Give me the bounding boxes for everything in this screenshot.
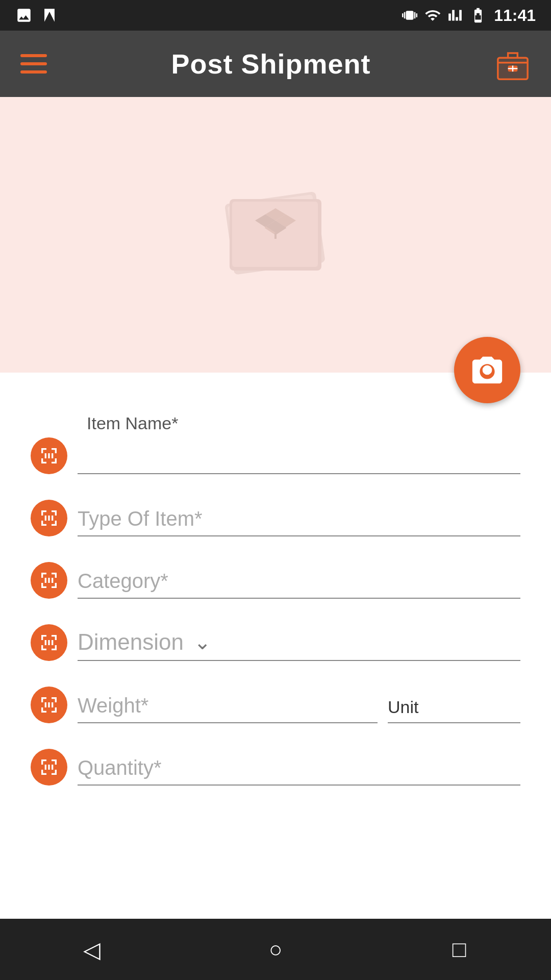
photo-upload-area[interactable] — [0, 97, 551, 373]
item-name-label: Item Name* — [31, 413, 520, 433]
hamburger-line-3 — [20, 70, 47, 74]
scan-icon-6 — [39, 757, 59, 777]
dimension-label: Dimension — [78, 629, 184, 655]
type-scan-icon[interactable] — [31, 500, 67, 536]
photo-placeholder — [209, 179, 342, 291]
unit-underline — [388, 722, 520, 723]
type-of-item-input[interactable] — [78, 502, 520, 536]
camera-button[interactable] — [454, 337, 520, 403]
item-name-field: Item Name* — [31, 413, 520, 474]
quantity-input[interactable] — [78, 751, 520, 786]
wifi-icon — [424, 7, 441, 23]
dimension-selector[interactable]: Dimension ⌄ — [78, 629, 520, 661]
hamburger-line-1 — [20, 54, 47, 57]
quantity-field — [31, 749, 520, 786]
home-button[interactable]: ○ — [250, 929, 301, 970]
scan-icon-5 — [39, 695, 59, 715]
dimension-chevron: ⌄ — [194, 630, 211, 654]
signal-icon — [448, 8, 462, 22]
box-icon[interactable] — [495, 46, 531, 82]
weight-unit-field: Unit — [31, 687, 520, 723]
dimension-field: Dimension ⌄ — [31, 624, 520, 661]
weight-input[interactable] — [78, 689, 378, 723]
status-time: 11:41 — [494, 6, 536, 25]
hamburger-menu-button[interactable] — [20, 54, 47, 74]
category-field — [31, 562, 520, 599]
item-name-row — [31, 437, 520, 474]
scan-icon-4 — [39, 632, 59, 653]
camera-icon — [469, 352, 505, 388]
quantity-row — [31, 749, 520, 786]
status-bar: 11:41 — [0, 0, 551, 31]
scan-icon-2 — [39, 508, 59, 528]
category-input[interactable] — [78, 565, 520, 599]
weight-scan-icon[interactable] — [31, 687, 67, 723]
item-name-scan-icon[interactable] — [31, 437, 67, 474]
type-of-item-field — [31, 500, 520, 536]
unit-field: Unit — [378, 697, 520, 723]
form-area: Item Name* — [0, 413, 551, 786]
dimension-scan-icon[interactable] — [31, 624, 67, 661]
hamburger-line-2 — [20, 62, 47, 65]
n-status-icon — [41, 7, 58, 24]
vibrate-icon — [402, 8, 417, 23]
scan-icon-3 — [39, 570, 59, 591]
status-right-icons: 11:41 — [402, 6, 536, 25]
back-button[interactable]: ◁ — [66, 929, 117, 970]
category-scan-icon[interactable] — [31, 562, 67, 599]
scan-icon — [39, 446, 59, 466]
quantity-scan-icon[interactable] — [31, 749, 67, 786]
status-left-icons — [15, 7, 58, 24]
dimension-row: Dimension ⌄ — [31, 624, 520, 661]
battery-icon — [469, 7, 487, 24]
type-of-item-row — [31, 500, 520, 536]
navigation-bar: ◁ ○ □ — [0, 919, 551, 980]
recent-apps-button[interactable]: □ — [434, 929, 485, 970]
app-bar: Post Shipment — [0, 31, 551, 97]
item-name-input[interactable] — [78, 440, 520, 474]
category-row — [31, 562, 520, 599]
photo-status-icon — [15, 7, 33, 24]
weight-unit-row: Unit — [31, 687, 520, 723]
page-title: Post Shipment — [171, 48, 370, 80]
image-placeholder-icon — [209, 179, 342, 291]
unit-label: Unit — [388, 697, 520, 722]
